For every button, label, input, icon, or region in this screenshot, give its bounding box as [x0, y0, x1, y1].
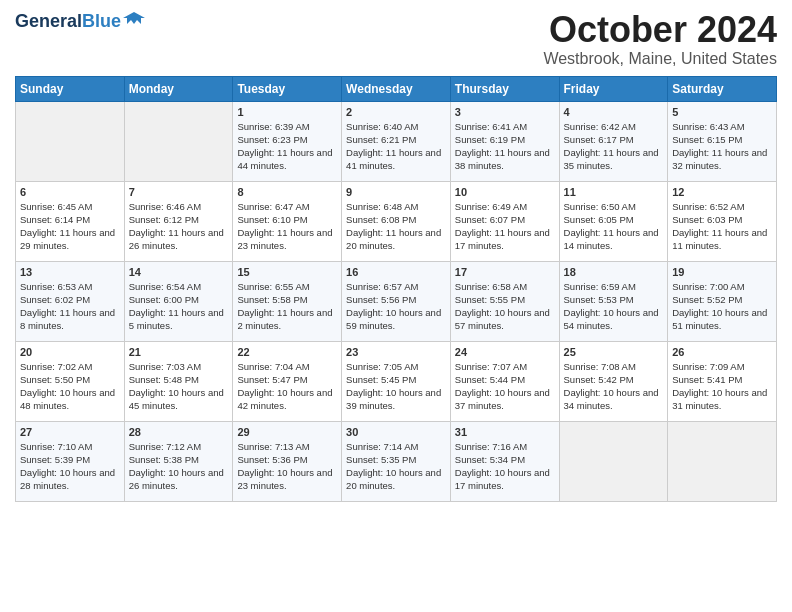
- weekday-header-tuesday: Tuesday: [233, 76, 342, 101]
- week-row-3: 13Sunrise: 6:53 AMSunset: 6:02 PMDayligh…: [16, 261, 777, 341]
- calendar-cell: 7Sunrise: 6:46 AMSunset: 6:12 PMDaylight…: [124, 181, 233, 261]
- day-number: 29: [237, 426, 337, 438]
- day-info: Sunrise: 6:46 AMSunset: 6:12 PMDaylight:…: [129, 200, 229, 253]
- weekday-header-wednesday: Wednesday: [342, 76, 451, 101]
- day-info: Sunrise: 6:43 AMSunset: 6:15 PMDaylight:…: [672, 120, 772, 173]
- calendar-cell: 16Sunrise: 6:57 AMSunset: 5:56 PMDayligh…: [342, 261, 451, 341]
- calendar-cell: 27Sunrise: 7:10 AMSunset: 5:39 PMDayligh…: [16, 421, 125, 501]
- day-number: 5: [672, 106, 772, 118]
- day-info: Sunrise: 6:55 AMSunset: 5:58 PMDaylight:…: [237, 280, 337, 333]
- day-info: Sunrise: 7:13 AMSunset: 5:36 PMDaylight:…: [237, 440, 337, 493]
- day-info: Sunrise: 6:41 AMSunset: 6:19 PMDaylight:…: [455, 120, 555, 173]
- day-info: Sunrise: 7:12 AMSunset: 5:38 PMDaylight:…: [129, 440, 229, 493]
- day-number: 6: [20, 186, 120, 198]
- day-info: Sunrise: 6:59 AMSunset: 5:53 PMDaylight:…: [564, 280, 664, 333]
- calendar-cell: 8Sunrise: 6:47 AMSunset: 6:10 PMDaylight…: [233, 181, 342, 261]
- calendar-cell: 23Sunrise: 7:05 AMSunset: 5:45 PMDayligh…: [342, 341, 451, 421]
- calendar-cell: 29Sunrise: 7:13 AMSunset: 5:36 PMDayligh…: [233, 421, 342, 501]
- day-number: 27: [20, 426, 120, 438]
- day-number: 17: [455, 266, 555, 278]
- day-number: 7: [129, 186, 229, 198]
- day-number: 15: [237, 266, 337, 278]
- day-number: 31: [455, 426, 555, 438]
- calendar-cell: 22Sunrise: 7:04 AMSunset: 5:47 PMDayligh…: [233, 341, 342, 421]
- calendar-cell: 5Sunrise: 6:43 AMSunset: 6:15 PMDaylight…: [668, 101, 777, 181]
- calendar-cell: 3Sunrise: 6:41 AMSunset: 6:19 PMDaylight…: [450, 101, 559, 181]
- calendar-cell: [668, 421, 777, 501]
- logo-bird-icon: [123, 10, 145, 32]
- day-number: 1: [237, 106, 337, 118]
- day-number: 22: [237, 346, 337, 358]
- day-number: 26: [672, 346, 772, 358]
- weekday-header-monday: Monday: [124, 76, 233, 101]
- day-number: 30: [346, 426, 446, 438]
- day-number: 19: [672, 266, 772, 278]
- week-row-1: 1Sunrise: 6:39 AMSunset: 6:23 PMDaylight…: [16, 101, 777, 181]
- day-info: Sunrise: 7:14 AMSunset: 5:35 PMDaylight:…: [346, 440, 446, 493]
- calendar-cell: 25Sunrise: 7:08 AMSunset: 5:42 PMDayligh…: [559, 341, 668, 421]
- day-info: Sunrise: 6:42 AMSunset: 6:17 PMDaylight:…: [564, 120, 664, 173]
- day-number: 24: [455, 346, 555, 358]
- day-info: Sunrise: 7:08 AMSunset: 5:42 PMDaylight:…: [564, 360, 664, 413]
- day-info: Sunrise: 7:10 AMSunset: 5:39 PMDaylight:…: [20, 440, 120, 493]
- day-info: Sunrise: 7:02 AMSunset: 5:50 PMDaylight:…: [20, 360, 120, 413]
- day-number: 9: [346, 186, 446, 198]
- calendar-cell: 10Sunrise: 6:49 AMSunset: 6:07 PMDayligh…: [450, 181, 559, 261]
- day-info: Sunrise: 7:00 AMSunset: 5:52 PMDaylight:…: [672, 280, 772, 333]
- day-number: 11: [564, 186, 664, 198]
- page-header: GeneralBlue October 2024 Westbrook, Main…: [15, 10, 777, 68]
- day-info: Sunrise: 7:16 AMSunset: 5:34 PMDaylight:…: [455, 440, 555, 493]
- day-info: Sunrise: 6:48 AMSunset: 6:08 PMDaylight:…: [346, 200, 446, 253]
- calendar-cell: 1Sunrise: 6:39 AMSunset: 6:23 PMDaylight…: [233, 101, 342, 181]
- day-info: Sunrise: 7:03 AMSunset: 5:48 PMDaylight:…: [129, 360, 229, 413]
- week-row-4: 20Sunrise: 7:02 AMSunset: 5:50 PMDayligh…: [16, 341, 777, 421]
- weekday-header-sunday: Sunday: [16, 76, 125, 101]
- calendar-cell: [559, 421, 668, 501]
- weekday-header-thursday: Thursday: [450, 76, 559, 101]
- calendar-cell: 14Sunrise: 6:54 AMSunset: 6:00 PMDayligh…: [124, 261, 233, 341]
- calendar-cell: 11Sunrise: 6:50 AMSunset: 6:05 PMDayligh…: [559, 181, 668, 261]
- weekday-header-saturday: Saturday: [668, 76, 777, 101]
- calendar-cell: 2Sunrise: 6:40 AMSunset: 6:21 PMDaylight…: [342, 101, 451, 181]
- day-number: 14: [129, 266, 229, 278]
- calendar-cell: 18Sunrise: 6:59 AMSunset: 5:53 PMDayligh…: [559, 261, 668, 341]
- calendar-cell: 12Sunrise: 6:52 AMSunset: 6:03 PMDayligh…: [668, 181, 777, 261]
- day-info: Sunrise: 6:47 AMSunset: 6:10 PMDaylight:…: [237, 200, 337, 253]
- day-info: Sunrise: 6:52 AMSunset: 6:03 PMDaylight:…: [672, 200, 772, 253]
- calendar-cell: 26Sunrise: 7:09 AMSunset: 5:41 PMDayligh…: [668, 341, 777, 421]
- svg-marker-0: [123, 12, 145, 24]
- calendar-cell: 19Sunrise: 7:00 AMSunset: 5:52 PMDayligh…: [668, 261, 777, 341]
- calendar-cell: 13Sunrise: 6:53 AMSunset: 6:02 PMDayligh…: [16, 261, 125, 341]
- calendar-cell: 17Sunrise: 6:58 AMSunset: 5:55 PMDayligh…: [450, 261, 559, 341]
- day-number: 20: [20, 346, 120, 358]
- day-info: Sunrise: 6:49 AMSunset: 6:07 PMDaylight:…: [455, 200, 555, 253]
- day-info: Sunrise: 6:45 AMSunset: 6:14 PMDaylight:…: [20, 200, 120, 253]
- calendar-subtitle: Westbrook, Maine, United States: [543, 50, 777, 68]
- day-number: 12: [672, 186, 772, 198]
- calendar-cell: 15Sunrise: 6:55 AMSunset: 5:58 PMDayligh…: [233, 261, 342, 341]
- calendar-table: SundayMondayTuesdayWednesdayThursdayFrid…: [15, 76, 777, 502]
- day-info: Sunrise: 6:58 AMSunset: 5:55 PMDaylight:…: [455, 280, 555, 333]
- calendar-title: October 2024: [543, 10, 777, 50]
- weekday-header-friday: Friday: [559, 76, 668, 101]
- calendar-cell: 9Sunrise: 6:48 AMSunset: 6:08 PMDaylight…: [342, 181, 451, 261]
- day-number: 18: [564, 266, 664, 278]
- calendar-cell: 30Sunrise: 7:14 AMSunset: 5:35 PMDayligh…: [342, 421, 451, 501]
- logo: GeneralBlue: [15, 10, 145, 32]
- day-number: 13: [20, 266, 120, 278]
- day-number: 23: [346, 346, 446, 358]
- day-info: Sunrise: 7:09 AMSunset: 5:41 PMDaylight:…: [672, 360, 772, 413]
- day-number: 8: [237, 186, 337, 198]
- calendar-cell: 31Sunrise: 7:16 AMSunset: 5:34 PMDayligh…: [450, 421, 559, 501]
- day-info: Sunrise: 7:07 AMSunset: 5:44 PMDaylight:…: [455, 360, 555, 413]
- day-number: 10: [455, 186, 555, 198]
- logo-text: GeneralBlue: [15, 11, 121, 32]
- day-info: Sunrise: 6:40 AMSunset: 6:21 PMDaylight:…: [346, 120, 446, 173]
- day-number: 4: [564, 106, 664, 118]
- day-number: 21: [129, 346, 229, 358]
- week-row-2: 6Sunrise: 6:45 AMSunset: 6:14 PMDaylight…: [16, 181, 777, 261]
- calendar-cell: 6Sunrise: 6:45 AMSunset: 6:14 PMDaylight…: [16, 181, 125, 261]
- calendar-cell: [16, 101, 125, 181]
- day-number: 25: [564, 346, 664, 358]
- day-info: Sunrise: 6:57 AMSunset: 5:56 PMDaylight:…: [346, 280, 446, 333]
